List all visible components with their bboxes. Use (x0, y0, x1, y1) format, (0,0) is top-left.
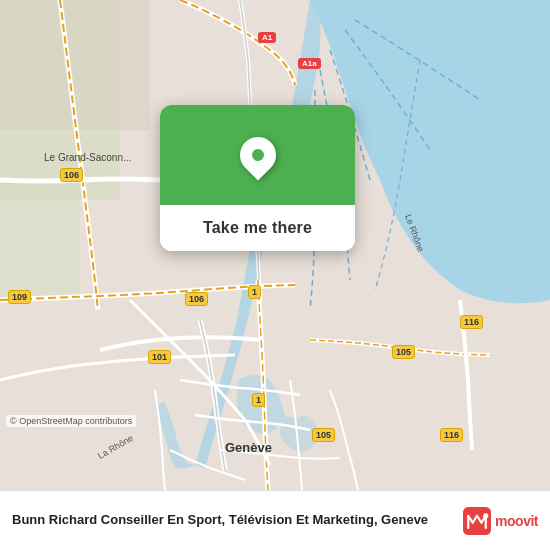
popup-map-area (160, 105, 355, 205)
app: 106 109 106 101 1 1 105 105 116 116 A1 A… (0, 0, 550, 550)
route-badge-116a: 116 (460, 315, 483, 329)
route-badge-106b: 106 (185, 292, 208, 306)
route-badge-116b: 116 (440, 428, 463, 442)
location-pin-dot (252, 149, 264, 161)
moovit-icon (463, 507, 491, 535)
osm-attribution: © OpenStreetMap contributors (6, 415, 136, 427)
svg-rect-2 (0, 180, 80, 300)
svg-point-5 (483, 513, 488, 518)
highway-badge-a1: A1 (258, 32, 276, 43)
moovit-logo: moovit (463, 507, 538, 535)
map-container[interactable]: 106 109 106 101 1 1 105 105 116 116 A1 A… (0, 0, 550, 490)
highway-badge-a1a: A1a (298, 58, 321, 69)
route-badge-106a: 106 (60, 168, 83, 182)
bottom-bar: Bunn Richard Conseiller En Sport, Télévi… (0, 490, 550, 550)
route-badge-105b: 105 (312, 428, 335, 442)
take-me-there-button[interactable]: Take me there (160, 205, 355, 251)
route-badge-101: 101 (148, 350, 171, 364)
route-badge-105a: 105 (392, 345, 415, 359)
location-pin-icon (232, 130, 283, 181)
moovit-text: moovit (495, 513, 538, 529)
route-badge-1a: 1 (248, 285, 261, 299)
route-badge-1b: 1 (252, 393, 265, 407)
business-name: Bunn Richard Conseiller En Sport, Télévi… (12, 512, 455, 529)
popup-card: Take me there (160, 105, 355, 251)
bottom-bar-content: Bunn Richard Conseiller En Sport, Télévi… (12, 512, 455, 529)
route-badge-109: 109 (8, 290, 31, 304)
